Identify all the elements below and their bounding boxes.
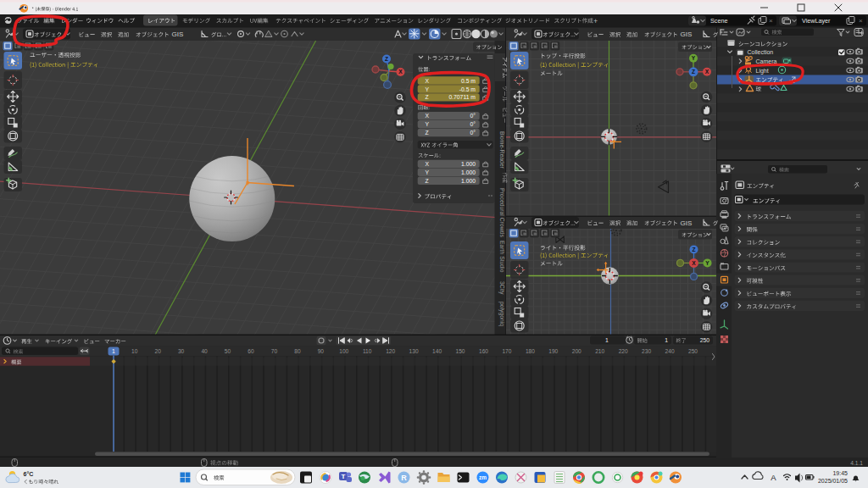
svg-text:R: R — [401, 474, 407, 482]
svg-text:10: 10 — [131, 348, 138, 354]
svg-text:250: 250 — [688, 348, 698, 354]
svg-text:1.000: 1.000 — [461, 169, 476, 175]
svg-text:Y: Y — [426, 169, 430, 175]
svg-text:0°: 0° — [470, 121, 476, 127]
svg-text:Scene: Scene — [710, 17, 727, 25]
svg-text:30: 30 — [178, 348, 185, 354]
svg-text:Y: Y — [426, 86, 430, 92]
svg-text:220: 220 — [619, 348, 628, 354]
svg-text:X: X — [426, 113, 430, 119]
svg-text:Z: Z — [692, 247, 695, 252]
svg-text:-0.5 m: -0.5 m — [459, 86, 476, 92]
svg-text:X: X — [426, 78, 430, 84]
svg-text:Z: Z — [426, 130, 429, 136]
svg-text:250: 250 — [700, 337, 710, 343]
svg-text:160: 160 — [479, 348, 488, 354]
svg-text:1.000: 1.000 — [461, 161, 476, 167]
svg-text:polygoniq: polygoniq — [498, 302, 505, 326]
svg-text:110: 110 — [363, 348, 372, 354]
svg-text:Procedural Crowds: Procedural Crowds — [499, 188, 505, 237]
svg-text:40: 40 — [201, 348, 208, 354]
svg-text:A: A — [771, 473, 776, 482]
svg-text:170: 170 — [502, 348, 511, 354]
svg-text:210: 210 — [595, 348, 604, 354]
svg-text:180: 180 — [526, 348, 535, 354]
svg-text:0°: 0° — [470, 130, 476, 136]
svg-text:Earth Studio: Earth Studio — [499, 241, 505, 273]
svg-text:×: × — [769, 17, 773, 25]
svg-text:90: 90 — [318, 348, 325, 354]
svg-text:150: 150 — [455, 348, 465, 354]
svg-text:0.70711 m: 0.70711 m — [448, 94, 476, 100]
svg-text:1.000: 1.000 — [461, 178, 476, 184]
svg-text:130: 130 — [409, 348, 419, 354]
svg-text:6°C: 6°C — [24, 471, 34, 477]
svg-text:140: 140 — [432, 348, 442, 354]
svg-text:ViewLayer: ViewLayer — [802, 17, 831, 25]
svg-text:0.5 m: 0.5 m — [461, 78, 476, 84]
svg-text:Collection: Collection — [748, 49, 774, 55]
svg-text:1: 1 — [605, 337, 609, 343]
svg-text:GIS: GIS — [172, 30, 184, 38]
svg-text:4.1.1: 4.1.1 — [850, 460, 863, 466]
svg-text:1: 1 — [665, 337, 668, 343]
svg-text:X: X — [705, 69, 709, 75]
svg-text:zm: zm — [479, 474, 487, 480]
svg-text:Y: Y — [426, 121, 430, 127]
svg-text:Z: Z — [692, 69, 695, 75]
svg-text:Z: Z — [385, 56, 388, 62]
svg-text:GIS: GIS — [681, 219, 693, 227]
svg-text:X: X — [692, 260, 696, 266]
svg-text:X: X — [426, 161, 430, 167]
svg-text:Biome-Reader: Biome-Reader — [499, 131, 505, 169]
svg-text:1: 1 — [112, 348, 115, 354]
svg-text:200: 200 — [572, 348, 581, 354]
svg-text:Z: Z — [426, 94, 429, 100]
svg-text:T: T — [342, 473, 346, 480]
svg-text:Light: Light — [756, 68, 769, 75]
svg-text:120: 120 — [386, 348, 395, 354]
svg-text:70: 70 — [271, 348, 278, 354]
svg-text:+: + — [593, 17, 598, 25]
svg-text:190: 190 — [548, 348, 558, 354]
svg-text:0°: 0° — [470, 113, 476, 119]
svg-text:GIS: GIS — [681, 30, 693, 38]
svg-text:Y: Y — [705, 260, 709, 266]
svg-text:80: 80 — [294, 348, 301, 354]
svg-text:×: × — [859, 17, 863, 25]
svg-text:2025/01/05: 2025/01/05 — [818, 478, 848, 484]
svg-text:240: 240 — [665, 348, 675, 354]
svg-text:19:45: 19:45 — [832, 470, 848, 476]
svg-text:230: 230 — [642, 348, 651, 354]
svg-text:60: 60 — [248, 348, 254, 354]
svg-text:100: 100 — [339, 348, 348, 354]
svg-text:3City: 3City — [498, 281, 505, 295]
svg-text:50: 50 — [225, 348, 231, 354]
svg-text:Y: Y — [692, 55, 696, 61]
svg-text:X: X — [398, 69, 403, 75]
svg-text:Z: Z — [426, 178, 429, 184]
svg-text:20: 20 — [155, 348, 162, 354]
